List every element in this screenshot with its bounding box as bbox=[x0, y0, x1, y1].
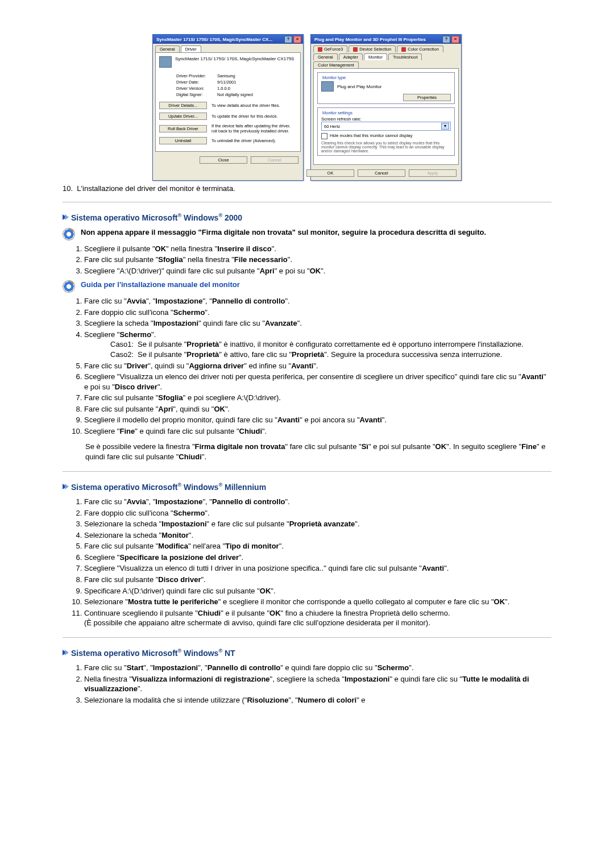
tab-color-mgmt[interactable]: Color Management bbox=[313, 61, 359, 68]
driver-details-button[interactable]: Driver Details... bbox=[159, 102, 207, 109]
update-driver-button[interactable]: Update Driver... bbox=[159, 113, 207, 120]
kv-value: Samsung bbox=[217, 73, 235, 78]
lead-text: Non appena appare il messaggio "Firma di… bbox=[81, 228, 486, 236]
help-icon[interactable]: ? bbox=[284, 36, 292, 43]
hide-modes-checkbox[interactable]: Hide modes that this monitor cannot disp… bbox=[321, 133, 451, 139]
guide-text: Guida per l'installazione manuale del mo… bbox=[81, 280, 240, 289]
step-item: Scegliere la scheda "Impostazioni" quind… bbox=[84, 318, 551, 329]
tab-general2[interactable]: General bbox=[313, 53, 338, 60]
steps-me: Fare clic su "Avvia", "Impostazione", "P… bbox=[72, 497, 551, 628]
action-desc: If the device fails after updating the d… bbox=[211, 123, 297, 134]
double-arrow-icon bbox=[63, 484, 67, 489]
tab-driver[interactable]: Driver bbox=[181, 45, 201, 52]
step-item: Fare clic su "Avvia", "Impostazione", "P… bbox=[84, 296, 551, 306]
monitor-settings-group: Monitor settings Screen refresh rate: 60… bbox=[317, 107, 455, 156]
divider bbox=[63, 202, 551, 202]
refresh-rate-select[interactable]: 60 Hertz ▾ bbox=[321, 122, 451, 131]
step-item: Fare clic su "Start", "Impostazioni", "P… bbox=[84, 663, 551, 673]
nvidia-icon bbox=[353, 47, 358, 52]
hide-modes-note: Clearing this check box allows you to se… bbox=[321, 141, 451, 153]
tab-geforce3[interactable]: GeForce3 bbox=[313, 45, 347, 52]
nvidia-icon bbox=[318, 47, 322, 52]
monitor-type-group: Monitor type Plug and Play Monitor Prope… bbox=[317, 72, 455, 104]
uninstall-button[interactable]: Uninstall bbox=[159, 137, 207, 144]
cancel-button[interactable]: Cancel bbox=[358, 169, 405, 177]
nvidia-icon bbox=[401, 47, 406, 52]
step-item: Fare clic sul pulsante "Sfoglia" nella f… bbox=[84, 255, 551, 265]
refresh-value: 60 Hertz bbox=[324, 124, 340, 129]
kv-label: Driver Provider: bbox=[176, 73, 217, 78]
step-item: Fare clic sul pulsante "Apri", quindi su… bbox=[84, 404, 551, 414]
monitor-properties-dialog: Plug and Play Monitor and 3D Prophet III… bbox=[310, 34, 462, 181]
monitor-icon bbox=[321, 81, 334, 92]
group-legend: Monitor type bbox=[321, 75, 347, 80]
divider bbox=[63, 471, 551, 472]
step-item: Fare clic su "Avvia", "Impostazione", "P… bbox=[84, 497, 551, 507]
ok-button[interactable]: OK bbox=[306, 169, 354, 177]
step-item: Fare doppio clic sull'icona "Schermo". bbox=[84, 308, 551, 318]
double-arrow-icon bbox=[63, 214, 67, 220]
close-icon[interactable]: × bbox=[451, 36, 459, 43]
device-name: SyncMaster 171S/ 175S/ 170S, MagicSyncMa… bbox=[175, 56, 294, 68]
action-desc: To uninstall the driver (Advanced). bbox=[211, 138, 297, 143]
step-item: Scegliere il pulsante "OK" nella finestr… bbox=[84, 244, 551, 254]
page-root: SyncMaster 171S/ 175S/ 170S, MagicSyncMa… bbox=[0, 0, 614, 733]
close-button[interactable]: Close bbox=[200, 156, 247, 164]
step-item: Selezionare la modalità che si intende u… bbox=[84, 695, 551, 705]
action-desc: To update the driver for this device. bbox=[211, 114, 297, 119]
guide-heading-2000: Guida per l'installazione manuale del mo… bbox=[63, 280, 551, 293]
steps-nt: Fare clic su "Start", "Impostazioni", "P… bbox=[72, 663, 551, 705]
step-item: Selezionare la scheda "Monitor". bbox=[84, 530, 551, 541]
divider bbox=[63, 637, 551, 638]
step-item: Selezionare "Mostra tutte le periferiche… bbox=[84, 597, 551, 607]
kv-value: Not digitally signed bbox=[217, 92, 253, 97]
kv-label: Driver Date: bbox=[176, 80, 217, 85]
screenshot-row: SyncMaster 171S/ 175S/ 170S, MagicSyncMa… bbox=[63, 34, 551, 181]
monitor-name: Plug and Play Monitor bbox=[337, 84, 381, 89]
rollback-driver-button[interactable]: Roll Back Driver bbox=[159, 125, 207, 132]
step-item: Fare clic sul pulsante "Disco driver". bbox=[84, 575, 551, 585]
tab-troubleshoot[interactable]: Troubleshoot bbox=[388, 53, 422, 60]
tab-color-correction[interactable]: Color Correction bbox=[397, 45, 443, 52]
monitor-dialog-titlebar: Plug and Play Monitor and 3D Prophet III… bbox=[311, 35, 461, 44]
step-item: Continuare scegliendo il pulsante "Chiud… bbox=[84, 608, 551, 628]
note-2000: Se è possibile vedere la finestra "Firma… bbox=[85, 442, 551, 462]
driver-dialog: SyncMaster 171S/ 175S/ 170S, MagicSyncMa… bbox=[152, 34, 304, 181]
group-legend: Monitor settings bbox=[321, 110, 354, 115]
case-label: Caso2: bbox=[110, 350, 138, 360]
chevron-down-icon: ▾ bbox=[441, 123, 449, 130]
step-item: Scegliere "Schermo". Caso1:Se il pulsant… bbox=[84, 330, 551, 360]
gear-icon bbox=[63, 280, 75, 293]
section-heading-me: Sistema operativo Microsoft® Windows® Mi… bbox=[63, 482, 551, 492]
tab-adapter[interactable]: Adapter bbox=[339, 53, 363, 60]
step-item: Scegliere "Visualizza un elenco dei driv… bbox=[84, 372, 551, 392]
step-item: Selezionare la scheda "Impostazioni" e f… bbox=[84, 519, 551, 529]
help-icon[interactable]: ? bbox=[442, 36, 450, 43]
monitor-icon bbox=[159, 56, 172, 68]
kv-label: Digital Signer: bbox=[176, 92, 217, 97]
step-item: Fare clic sul pulsante "Modifica" nell'a… bbox=[84, 541, 551, 551]
properties-button[interactable]: Properties bbox=[403, 94, 451, 101]
step-item: Scegliere "Specificare la posizione del … bbox=[84, 553, 551, 563]
step-10-line: 10. L'installazione del driver del monit… bbox=[63, 184, 551, 193]
tab-device-selection[interactable]: Device Selection bbox=[349, 45, 396, 52]
step-item: Scegliere "Fine" e quindi fare clic sul … bbox=[84, 426, 551, 437]
kv-label: Driver Version: bbox=[176, 86, 217, 91]
step-item: Nella finestra "Visualizza informazioni … bbox=[84, 674, 551, 694]
step-item: Fare clic sul pulsante "Sfoglia" e poi s… bbox=[84, 393, 551, 403]
tab-monitor[interactable]: Monitor bbox=[364, 53, 387, 60]
step-item: Specificare A:\(D:\driver) quindi fare c… bbox=[84, 586, 551, 596]
kv-value: 1.0.0.0 bbox=[217, 86, 230, 91]
double-arrow-icon bbox=[63, 650, 67, 655]
close-icon[interactable]: × bbox=[293, 36, 301, 43]
cancel-button: Cancel bbox=[251, 156, 298, 164]
refresh-label: Screen refresh rate: bbox=[321, 117, 451, 122]
section-heading-nt: Sistema operativo Microsoft® Windows® NT bbox=[63, 648, 551, 658]
tab-general[interactable]: General bbox=[155, 45, 180, 52]
kv-value: 9/11/2001 bbox=[217, 80, 236, 85]
section-heading-2000: Sistema operativo Microsoft® Windows® 20… bbox=[63, 213, 551, 222]
apply-button: Apply bbox=[409, 169, 457, 177]
hide-modes-label: Hide modes that this monitor cannot disp… bbox=[330, 133, 413, 138]
case-label: Caso1: bbox=[110, 339, 138, 350]
steps-2000a: Scegliere il pulsante "OK" nella finestr… bbox=[72, 244, 551, 276]
